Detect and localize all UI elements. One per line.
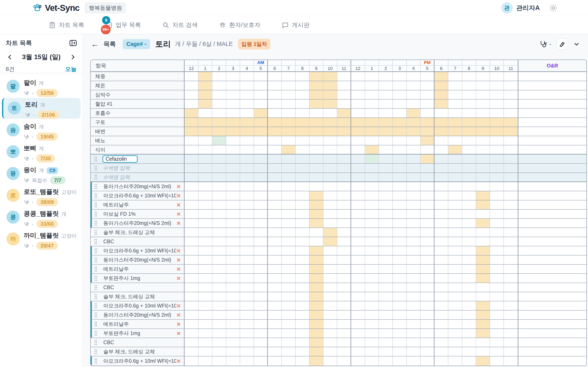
grid-cell[interactable] — [393, 237, 407, 246]
drag-handle-icon[interactable] — [94, 165, 98, 171]
grid-cell[interactable] — [282, 237, 296, 246]
grid-cell[interactable] — [310, 320, 323, 328]
grid-cell[interactable] — [393, 210, 407, 218]
drag-handle-icon[interactable] — [94, 220, 98, 226]
grid-cell[interactable] — [407, 274, 421, 283]
grid-cell[interactable] — [421, 127, 434, 136]
grid-cell[interactable] — [296, 173, 310, 182]
grid-cell[interactable] — [379, 173, 393, 182]
grid-cell[interactable] — [351, 191, 365, 200]
grid-cell[interactable] — [323, 109, 337, 117]
grid-cell[interactable] — [240, 292, 254, 301]
grid-cell[interactable] — [365, 338, 379, 347]
or-cell[interactable] — [518, 228, 586, 237]
grid-cell[interactable] — [476, 164, 490, 173]
grid-cell[interactable] — [185, 274, 199, 283]
grid-cell[interactable] — [296, 256, 310, 264]
grid-cell[interactable] — [282, 228, 296, 237]
patient-list-item[interactable]: 콩콩콩_템플릿개-33/60 — [2, 207, 81, 228]
grid-cell[interactable] — [282, 210, 296, 218]
grid-cell[interactable] — [421, 164, 434, 173]
grid-cell[interactable] — [476, 210, 490, 218]
drag-handle-icon[interactable] — [94, 257, 98, 263]
grid-cell[interactable] — [504, 200, 518, 209]
grid-cell[interactable] — [365, 283, 379, 292]
grid-cell[interactable] — [448, 246, 462, 255]
grid-cell[interactable] — [504, 338, 518, 347]
or-cell[interactable] — [518, 301, 586, 310]
grid-cell[interactable] — [212, 256, 226, 264]
patient-list-item[interactable]: 까까미_템플릿고양이-29/47 — [2, 229, 81, 250]
grid-cell[interactable] — [448, 127, 462, 136]
grid-cell[interactable] — [268, 100, 282, 108]
grid-cell[interactable] — [323, 338, 337, 347]
grid-cell[interactable] — [351, 219, 365, 227]
grid-cell[interactable] — [462, 127, 476, 136]
grid-cell[interactable] — [448, 274, 462, 283]
grid-cell[interactable] — [268, 329, 282, 338]
grid-cell[interactable] — [448, 347, 462, 356]
grid-cell[interactable] — [448, 301, 462, 310]
remove-order-button[interactable] — [176, 193, 181, 198]
grid-cell[interactable] — [240, 228, 254, 237]
grid-cell[interactable] — [448, 256, 462, 264]
grid-cell[interactable] — [434, 283, 448, 292]
grid-cell[interactable] — [310, 200, 323, 209]
grid-cell[interactable] — [185, 228, 199, 237]
grid-cell[interactable] — [379, 274, 393, 283]
grid-cell[interactable] — [296, 320, 310, 328]
grid-cell[interactable] — [476, 338, 490, 347]
grid-cell[interactable] — [351, 200, 365, 209]
grid-cell[interactable] — [434, 109, 448, 117]
grid-cell[interactable] — [323, 256, 337, 264]
drag-handle-icon[interactable] — [94, 285, 98, 290]
grid-cell[interactable] — [351, 109, 365, 117]
grid-cell[interactable] — [421, 118, 434, 127]
grid-cell[interactable] — [254, 191, 268, 200]
grid-cell[interactable] — [323, 301, 337, 310]
grid-cell[interactable] — [337, 173, 351, 182]
grid-cell[interactable] — [212, 127, 226, 136]
grid-cell[interactable] — [379, 265, 393, 273]
grid-cell[interactable] — [337, 228, 351, 237]
grid-cell[interactable] — [323, 127, 337, 136]
grid-cell[interactable] — [407, 292, 421, 301]
grid-cell[interactable] — [310, 228, 323, 237]
grid-cell[interactable] — [490, 310, 504, 319]
grid-cell[interactable] — [351, 127, 365, 136]
grid-cell[interactable] — [393, 329, 407, 338]
grid-cell[interactable] — [240, 356, 254, 366]
grid-cell[interactable] — [240, 90, 254, 99]
grid-cell[interactable] — [296, 127, 310, 136]
grid-cell[interactable] — [448, 210, 462, 218]
grid-cell[interactable] — [379, 219, 393, 227]
grid-cell[interactable] — [323, 145, 337, 154]
grid-cell[interactable] — [365, 164, 379, 173]
grid-cell[interactable] — [351, 283, 365, 292]
grid-cell[interactable] — [434, 81, 448, 90]
grid-cell[interactable] — [282, 256, 296, 264]
grid-cell[interactable] — [185, 136, 199, 145]
grid-cell[interactable] — [476, 145, 490, 154]
grid-cell[interactable] — [448, 200, 462, 209]
grid-cell[interactable] — [393, 265, 407, 273]
grid-cell[interactable] — [407, 301, 421, 310]
highlighter-button[interactable] — [556, 38, 568, 50]
grid-cell[interactable] — [365, 136, 379, 145]
grid-cell[interactable] — [268, 182, 282, 191]
grid-cell[interactable] — [448, 356, 462, 366]
grid-cell[interactable] — [504, 210, 518, 218]
grid-cell[interactable] — [351, 155, 365, 163]
grid-cell[interactable] — [379, 347, 393, 356]
grid-cell[interactable] — [296, 109, 310, 117]
grid-cell[interactable] — [282, 164, 296, 173]
grid-cell[interactable] — [421, 356, 434, 366]
grid-cell[interactable] — [296, 292, 310, 301]
grid-cell[interactable] — [254, 72, 268, 81]
grid-cell[interactable] — [379, 283, 393, 292]
grid-cell[interactable] — [365, 237, 379, 246]
grid-cell[interactable] — [310, 127, 323, 136]
grid-cell[interactable] — [296, 347, 310, 356]
grid-cell[interactable] — [490, 237, 504, 246]
grid-cell[interactable] — [268, 200, 282, 209]
